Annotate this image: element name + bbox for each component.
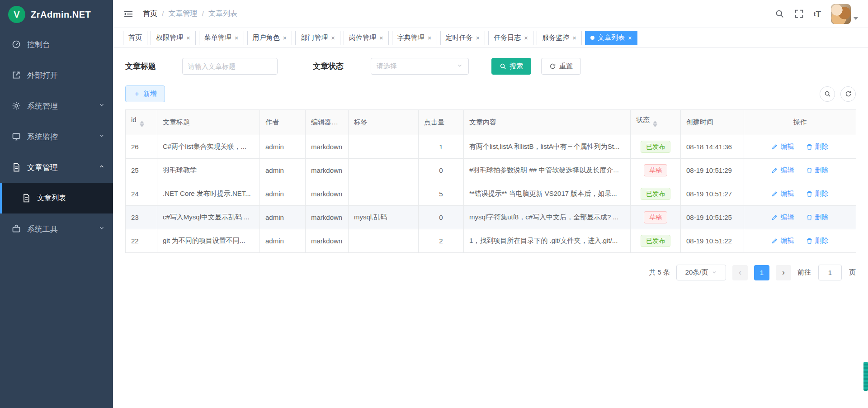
font-size-icon[interactable]: tT [814,9,821,19]
cell-editor: markdown [306,229,349,253]
breadcrumb-separator: / [202,10,203,18]
tab-label: 任务日志 [494,33,521,42]
close-icon[interactable]: × [628,34,632,41]
article-status-select[interactable]: 请选择 [371,58,469,75]
status-badge: 已发布 [641,188,670,200]
avatar[interactable] [831,4,851,24]
tab-home[interactable]: 首页 [123,31,147,45]
edit-button[interactable]: 编辑 [771,237,794,245]
scrollbar-thumb[interactable] [863,362,868,391]
cell-clicks: 5 [419,182,464,206]
user-menu[interactable] [831,4,858,24]
page-size-select[interactable]: 20条/页 [676,265,726,280]
tab-menu-mgmt[interactable]: 菜单管理× [199,31,244,45]
edit-button[interactable]: 编辑 [771,213,794,222]
tab-service-monitor[interactable]: 服务监控× [537,31,582,45]
sidebar-item-external-open[interactable]: 外部打开 [0,60,113,90]
sort-icon[interactable] [140,119,144,129]
goto-page-input[interactable] [818,265,842,280]
close-icon[interactable]: × [283,34,287,41]
close-icon[interactable]: × [476,34,480,41]
tab-label: 首页 [128,33,142,42]
cell-title: 羽毛球教学 [157,159,260,182]
tab-permission-mgmt[interactable]: 权限管理× [151,31,196,45]
fullscreen-icon[interactable] [794,9,804,19]
breadcrumb-home[interactable]: 首页 [143,9,157,19]
sidebar-item-article-list[interactable]: 文章列表 [0,183,113,213]
close-icon[interactable]: × [186,34,190,41]
sidebar-item-dashboard[interactable]: 控制台 [0,29,113,60]
sidebar-collapse-icon[interactable] [123,9,134,19]
app-logo[interactable]: V ZrAdmin.NET [0,0,113,29]
search-button[interactable]: 搜索 [491,58,531,75]
tab-article-list[interactable]: 文章列表× [585,31,637,45]
cell-status: 已发布 [631,229,681,253]
breadcrumb: 首页 / 文章管理 / 文章列表 [143,9,237,19]
article-status-label: 文章状态 [313,61,344,71]
breadcrumb-section[interactable]: 文章管理 [168,9,197,19]
close-icon[interactable]: × [524,34,528,41]
cell-ops: 编辑 删除 [744,182,856,206]
dashboard-icon [12,40,21,49]
tab-dept-mgmt[interactable]: 部门管理× [295,31,340,45]
cell-author: admin [260,159,306,182]
col-id: id [126,110,157,135]
prev-page-button[interactable]: ‹ [732,265,748,280]
pagination: 共 5 条 20条/页 ‹ 1 › 前往 页 [125,265,856,280]
breadcrumb-page[interactable]: 文章列表 [208,9,237,19]
close-icon[interactable]: × [428,34,432,41]
cell-status: 已发布 [631,135,681,159]
tab-post-mgmt[interactable]: 岗位管理× [344,31,389,45]
caret-down-icon[interactable] [854,17,858,22]
tab-user-role[interactable]: 用户角色× [247,31,292,45]
document-icon [12,163,21,172]
app-root: V ZrAdmin.NET 控制台 外部打开 系统管理 系统监控 [0,0,868,408]
delete-button[interactable]: 删除 [806,142,829,151]
close-icon[interactable]: × [331,34,335,41]
table-toolbar: ＋ 新增 [125,85,856,102]
sidebar-menu: 控制台 外部打开 系统管理 系统监控 文章管理 [0,29,113,244]
add-button-label: 新增 [143,90,157,98]
search-icon[interactable] [775,9,784,19]
toggle-search-icon[interactable] [820,86,835,102]
page-number-button[interactable]: 1 [754,265,769,280]
reset-button[interactable]: 重置 [541,58,581,75]
table-row: 22 git 为不同的项目设置不同... admin markdown 2 1，… [126,229,856,253]
sidebar-item-system-monitor[interactable]: 系统监控 [0,121,113,152]
cell-content: **错误提示** 当电脑更新 VS2017 版本后，如果... [464,182,631,206]
tab-label: 岗位管理 [349,33,376,42]
next-page-button[interactable]: › [776,265,791,280]
cell-clicks: 0 [419,159,464,182]
sort-icon[interactable] [653,119,657,129]
tab-job-logs[interactable]: 任务日志× [488,31,533,45]
sidebar-item-system-tools[interactable]: 系统工具 [0,213,113,244]
table-row: 24 .NET Core 发布时提示.NET... admin markdown… [126,182,856,206]
delete-button[interactable]: 删除 [806,166,829,175]
delete-button[interactable]: 删除 [806,213,829,222]
delete-button[interactable]: 删除 [806,190,829,198]
cell-status: 已发布 [631,182,681,206]
close-icon[interactable]: × [235,34,239,41]
add-button[interactable]: ＋ 新增 [125,85,165,102]
delete-button[interactable]: 删除 [806,237,829,245]
cell-ops: 编辑 删除 [744,135,856,159]
edit-button[interactable]: 编辑 [771,166,794,175]
close-icon[interactable]: × [379,34,383,41]
sidebar-item-label: 系统工具 [27,224,92,234]
cell-title: .NET Core 发布时提示.NET... [157,182,260,206]
status-badge: 已发布 [641,235,670,247]
tab-cron-jobs[interactable]: 定时任务× [440,31,486,45]
close-icon[interactable]: × [572,34,576,41]
table-row: 23 c#写入Mysql中文显示乱码 ... admin markdown my… [126,206,856,229]
sidebar-item-article-mgmt[interactable]: 文章管理 [0,152,113,183]
cell-author: admin [260,182,306,206]
edit-button[interactable]: 编辑 [771,190,794,198]
edit-button[interactable]: 编辑 [771,142,794,151]
refresh-icon[interactable] [840,86,856,102]
sidebar-item-system-mgmt[interactable]: 系统管理 [0,90,113,121]
tab-dict-mgmt[interactable]: 字典管理× [392,31,437,45]
article-title-input[interactable] [182,58,278,75]
page-size-value: 20条/页 [685,268,708,277]
tab-label: 菜单管理 [204,33,231,42]
goto-label: 前往 [797,268,811,277]
